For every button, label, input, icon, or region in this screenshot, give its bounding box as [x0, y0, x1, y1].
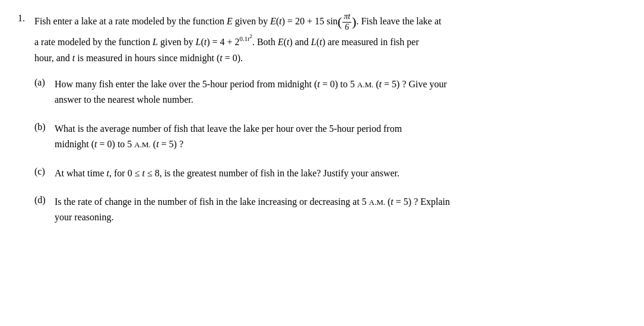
- Et-equation: E: [270, 16, 276, 26]
- part-c: (c) At what time t, for 0 ≤ t ≤ 8, is th…: [34, 166, 620, 181]
- part-b-label: (b): [34, 121, 51, 132]
- part-a-label: (a): [34, 77, 51, 88]
- Et-ref: E: [278, 37, 284, 47]
- part-d-label: (d): [34, 194, 51, 205]
- t-var-2: t: [204, 37, 207, 47]
- part-b-content: What is the average number of fish that …: [55, 121, 620, 153]
- am-label-d: A.M.: [369, 198, 385, 207]
- Lt-ref: L: [311, 37, 316, 47]
- part-b: (b) What is the average number of fish t…: [34, 121, 620, 153]
- exponent-0.1t2: 0.1t2: [240, 35, 252, 42]
- L-var: L: [153, 37, 158, 47]
- part-a-content: How many fish enter the lake over the 5-…: [55, 77, 620, 108]
- intro-line2: a rate modeled by the function L given b…: [34, 37, 419, 47]
- t-var-c: t: [107, 168, 109, 178]
- problem-container: 1. Fish enter a lake at a rate modeled b…: [18, 12, 620, 239]
- part-d: (d) Is the rate of change in the number …: [34, 194, 620, 226]
- part-b-line2: midnight (t = 0) to 5 A.M. (t = 5) ?: [55, 137, 620, 152]
- problem-content: Fish enter a lake at a rate modeled by t…: [34, 12, 620, 239]
- intro-line3: hour, and t is measured in hours since m…: [34, 53, 243, 63]
- E-var: E: [227, 16, 233, 26]
- Lt-equation: L: [196, 37, 201, 47]
- part-c-content: At what time t, for 0 ≤ t ≤ 8, is the gr…: [55, 166, 620, 181]
- left-paren-1: (: [338, 14, 342, 29]
- part-d-line2: your reasoning.: [55, 210, 620, 225]
- fraction-pi-t-over-6: πt6: [342, 12, 351, 33]
- intro-line1: Fish enter a lake at a rate modeled by t…: [34, 16, 441, 26]
- am-label-a1: A.M.: [357, 80, 373, 89]
- part-d-content: Is the rate of change in the number of f…: [55, 194, 620, 226]
- part-a: (a) How many fish enter the lake over th…: [34, 77, 620, 108]
- part-c-label: (c): [34, 166, 51, 177]
- t-var-1: t: [279, 16, 281, 26]
- problem-number: 1.: [18, 12, 30, 24]
- am-label-b: A.M.: [134, 140, 150, 149]
- fraction-denominator: 6: [344, 23, 350, 33]
- part-a-line2: answer to the nearest whole number.: [55, 92, 620, 107]
- right-paren-1: ): [352, 14, 356, 29]
- intro-paragraph: Fish enter a lake at a rate modeled by t…: [34, 12, 620, 66]
- fraction-numerator: πt: [342, 12, 351, 23]
- t-var-3: t: [72, 53, 75, 63]
